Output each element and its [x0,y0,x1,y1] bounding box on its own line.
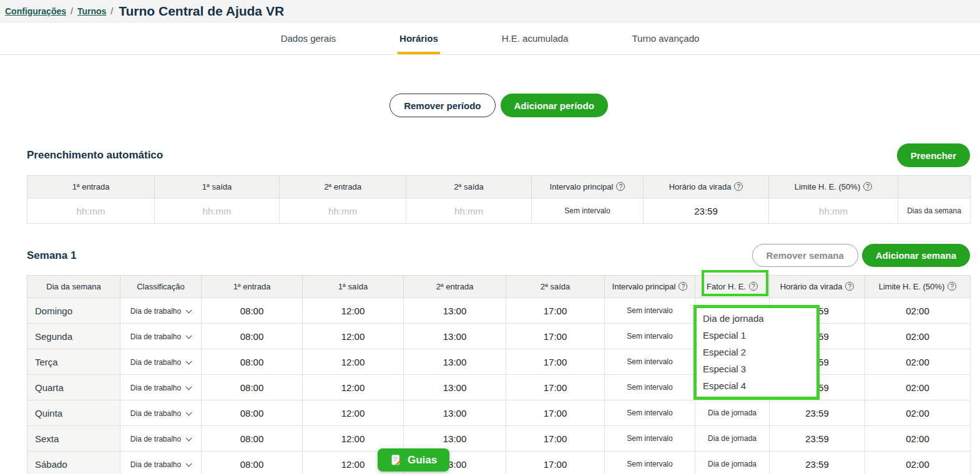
column-header: 1ª saída [155,176,280,198]
help-icon[interactable]: ? [679,282,687,291]
help-icon[interactable]: ? [845,282,854,291]
tab-turno-avan-ado[interactable]: Turno avançado [630,32,701,54]
dropdown-option[interactable]: Especial 4 [703,377,816,394]
classification-select[interactable]: Dia de trabalho [130,384,191,392]
classification-cell: Dia de trabalho [120,349,202,375]
limit-cell[interactable]: 02:00 [865,349,971,375]
tab-hor-rios[interactable]: Horários [398,32,440,54]
remove-period-button[interactable]: Remover período [390,94,495,117]
interval-select[interactable]: Sem intervalo [605,400,695,426]
column-header: Intervalo principal? [532,176,644,198]
autofill-turnover-input[interactable]: 23:59 [644,198,769,224]
dropdown-option[interactable]: Especial 1 [703,327,816,344]
tab-dados-gerais[interactable]: Dados gerais [279,32,338,54]
exit2-cell[interactable]: 17:00 [506,426,605,452]
help-icon[interactable]: ? [734,182,743,191]
exit1-cell[interactable]: 12:00 [303,400,404,426]
exit2-cell[interactable]: 17:00 [506,452,605,474]
exit1-cell[interactable]: 12:00 [303,375,404,400]
limit-cell[interactable]: 02:00 [865,452,971,474]
column-label: Fator H. E. [707,282,746,291]
chevron-down-icon [186,435,192,441]
autofill-interval-select[interactable]: Sem intervalo [532,198,644,224]
entry2-cell[interactable]: 13:00 [404,298,506,324]
dropdown-option[interactable]: Especial 3 [703,360,816,377]
column-label: Limite H. E. (50%) [795,182,860,191]
entry2-cell[interactable]: 13:00 [404,375,506,400]
limit-cell[interactable]: 02:00 [865,324,971,349]
breadcrumb-link-configuracoes[interactable]: Configurações [5,6,66,16]
entry1-cell[interactable]: 08:00 [202,349,303,375]
column-label: Intervalo principal [612,282,676,291]
help-icon[interactable]: ? [863,182,872,191]
entry2-cell[interactable]: 13:00 [404,426,506,452]
help-icon[interactable]: ? [616,182,625,191]
column-header: Horário da virada? [770,276,865,298]
tab-h-e-acumulada[interactable]: H.E. acumulada [500,32,571,54]
chevron-down-icon [186,307,192,313]
fill-button[interactable]: Preencher [897,143,970,167]
classification-select[interactable]: Dia de trabalho [130,409,191,418]
add-period-button[interactable]: Adicionar período [501,94,608,117]
autofill-entry2-input[interactable]: hh:mm [280,198,406,224]
guias-button[interactable]: Guias [378,448,449,472]
interval-select[interactable]: Sem intervalo [605,375,695,400]
turnover-cell[interactable]: 23:59 [770,400,865,426]
classification-value: Dia de trabalho [130,332,181,341]
factor-select[interactable]: Dia de jornada [695,426,770,452]
entry1-cell[interactable]: 08:00 [202,324,303,349]
factor-select[interactable]: Dia de jornada [695,452,770,474]
exit2-cell[interactable]: 17:00 [506,375,605,400]
autofill-exit1-input[interactable]: hh:mm [155,198,280,224]
limit-cell[interactable]: 02:00 [865,375,971,400]
exit2-cell[interactable]: 17:00 [506,298,605,324]
entry1-cell[interactable]: 08:00 [202,452,303,474]
entry2-cell[interactable]: 13:00 [404,349,506,375]
exit1-cell[interactable]: 12:00 [303,349,404,375]
classification-select[interactable]: Dia de trabalho [130,358,191,367]
column-label: Dia da semana [46,282,100,291]
exit2-cell[interactable]: 17:00 [506,324,605,349]
table-row: QuartaDia de trabalho08:0012:0013:0017:0… [27,375,971,400]
exit1-cell[interactable]: 12:00 [303,298,404,324]
classification-select[interactable]: Dia de trabalho [130,307,191,316]
limit-cell[interactable]: 02:00 [865,400,971,426]
entry1-cell[interactable]: 08:00 [202,400,303,426]
days-of-week-button[interactable]: Dias da semana [898,198,971,224]
remove-week-button[interactable]: Remover semana [752,244,858,267]
interval-select[interactable]: Sem intervalo [605,426,695,452]
classification-select[interactable]: Dia de trabalho [130,435,191,443]
table-row: DomingoDia de trabalho08:0012:0013:0017:… [27,298,971,324]
exit1-cell[interactable]: 12:00 [303,324,404,349]
interval-select[interactable]: Sem intervalo [605,324,695,349]
exit2-cell[interactable]: 17:00 [506,349,605,375]
column-header: 2ª saída [506,276,605,298]
classification-select[interactable]: Dia de trabalho [130,332,191,341]
interval-select[interactable]: Sem intervalo [605,349,695,375]
classification-select[interactable]: Dia de trabalho [130,460,191,469]
entry1-cell[interactable]: 08:00 [202,298,303,324]
interval-select[interactable]: Sem intervalo [605,452,695,474]
entry2-cell[interactable]: 13:00 [404,400,506,426]
dropdown-option[interactable]: Dia de jornada [703,310,816,327]
help-icon[interactable]: ? [749,282,758,291]
autofill-limit-input[interactable]: hh:mm [769,198,898,224]
entry1-cell[interactable]: 08:00 [202,375,303,400]
breadcrumb-link-turnos[interactable]: Turnos [77,6,106,16]
dropdown-option[interactable]: Especial 2 [703,344,816,360]
exit2-cell[interactable]: 17:00 [506,400,605,426]
turnover-cell[interactable]: 23:59 [770,426,865,452]
add-week-button[interactable]: Adicionar semana [862,244,970,267]
limit-cell[interactable]: 02:00 [865,298,971,324]
day-cell: Quarta [27,375,120,400]
help-icon[interactable]: ? [948,282,956,291]
turnover-cell[interactable]: 23:59 [770,452,865,474]
entry2-cell[interactable]: 13:00 [404,324,506,349]
interval-select[interactable]: Sem intervalo [605,298,695,324]
autofill-entry1-input[interactable]: hh:mm [27,198,155,224]
exit1-cell[interactable]: 12:00 [303,426,404,452]
autofill-exit2-input[interactable]: hh:mm [406,198,532,224]
entry1-cell[interactable]: 08:00 [202,426,303,452]
limit-cell[interactable]: 02:00 [865,426,971,452]
factor-select[interactable]: Dia de jornada [695,400,770,426]
